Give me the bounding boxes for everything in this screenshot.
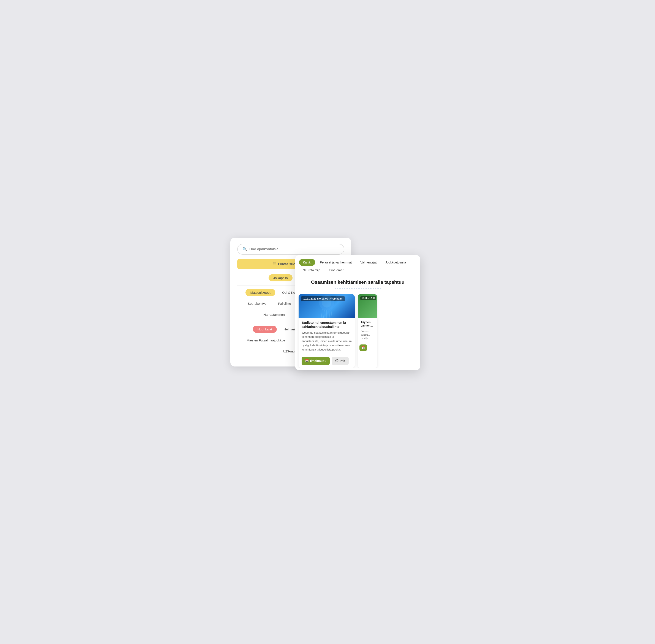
register-button-1[interactable]: 📅 Ilmoittaudu [302, 357, 330, 365]
filter-icon: ☷ [273, 262, 276, 266]
svg-point-7 [335, 295, 348, 302]
scene: 🔍 ☷ Piilota suodattimet Jalkapallo Futsa… [230, 238, 425, 406]
content-heading: Osaamisen kehittämisen saralla tapahtuu [301, 279, 414, 285]
subcat-seurakehitys[interactable]: Seurakehitys [243, 300, 271, 307]
event-body-2: Täyden... valmen... Suome... järjestä...… [358, 318, 377, 343]
svg-line-6 [331, 309, 332, 318]
content-card: Kaikki Pelaajat ja vanhemmat Valmentajat… [295, 255, 420, 370]
calendar-icon-1: 📅 [305, 359, 309, 363]
tab-valmentajat[interactable]: Valmentajat [356, 259, 381, 266]
calendar-icon-2: 📅 [361, 346, 365, 349]
subcat-palloliitto[interactable]: Palloliitto [273, 300, 296, 307]
tab-seuratoimija[interactable]: Seuratoimija [299, 267, 324, 274]
info-icon-1: ⓘ [335, 359, 338, 363]
tab-erotuomari[interactable]: Erotuomari [325, 267, 348, 274]
svg-point-1 [322, 298, 331, 307]
info-button-1[interactable]: ⓘ Info [332, 357, 349, 365]
event-description-2: Suome... järjestä... urheilу... [361, 329, 374, 340]
svg-line-3 [323, 310, 325, 318]
team-tag-miehet-futsal[interactable]: Miesten Futsalmaajoukkue [242, 337, 290, 344]
team-tag-huuhkajat[interactable]: Huuhkajat [253, 326, 277, 333]
event-body-1: Budjetointi, ennustaminen ja sähköinen t… [299, 318, 355, 354]
subcat-harrastaminen[interactable]: Harrastaminen [259, 311, 289, 318]
svg-line-2 [321, 309, 322, 318]
event-card-2-partial: 12.11... 12:00 Täyden... valmen... Suome… [358, 294, 377, 368]
event-date-badge-2: 12.11... 12:00 [360, 296, 376, 300]
search-icon: 🔍 [242, 247, 247, 252]
svg-line-5 [329, 310, 330, 318]
tab-pelaajat[interactable]: Pelaajat ja vanhemmat [316, 259, 356, 266]
search-bar[interactable]: 🔍 [237, 244, 344, 255]
event-card-1: 10.11.2022 klo 16:00 | Webinaari Budjeto… [299, 294, 355, 368]
event-img-bg-1 [299, 294, 355, 318]
tab-kaikki[interactable]: Kaikki [299, 259, 315, 266]
sport-tag-jalkapallo[interactable]: Jalkapallo [268, 274, 293, 281]
audience-tabs: Kaikki Pelaajat ja vanhemmat Valmentajat… [295, 255, 420, 275]
content-heading-area: Osaamisen kehittämisen saralla tapahtuu [295, 275, 420, 294]
event-actions-1: 📅 Ilmoittaudu ⓘ Info [299, 354, 355, 368]
event-title-2: Täyden... valmen... [361, 321, 374, 328]
event-title-1: Budjetointi, ennustaminen ja sähköinen t… [302, 321, 352, 329]
events-row: 10.11.2022 klo 16:00 | Webinaari Budjeto… [295, 294, 420, 368]
cat-tag-maajoukkueet[interactable]: Maajoukkueet [245, 289, 275, 296]
event-img-2: 12.11... 12:00 [358, 294, 377, 318]
register-button-2[interactable]: 📅 [359, 344, 367, 351]
tab-joukkuetoimija[interactable]: Joukkuetoimija [381, 259, 410, 266]
search-input[interactable] [249, 247, 339, 251]
event-actions-2: 📅 [358, 343, 377, 353]
event-img-1: 10.11.2022 klo 16:00 | Webinaari [299, 294, 355, 318]
event-description-1: Webinaarissa käsitellään urheiluseuran t… [302, 331, 352, 352]
dots-decoration [301, 288, 414, 289]
